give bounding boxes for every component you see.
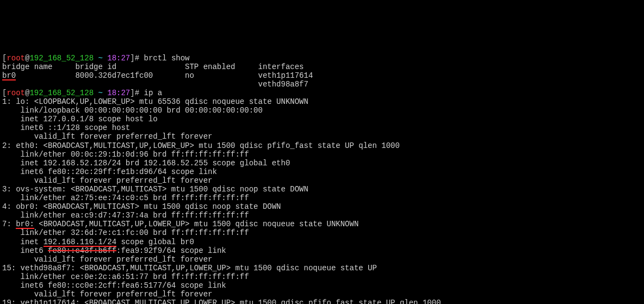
ipa-line: inet6 ::1/128 scope host bbox=[2, 123, 130, 132]
ipa-line: valid_lft forever preferred_lft forever bbox=[2, 290, 212, 299]
ipa-line: inet 127.0.0.1/8 scope host lo bbox=[2, 115, 158, 123]
ipa-line: link/ether a2:75:ee:74:c0:c5 brd ff:ff:f… bbox=[2, 194, 249, 202]
ipa-line: 4: obr0: <BROADCAST,MULTICAST> mtu 1500 … bbox=[2, 202, 281, 211]
brctl-row-2: vethd98a8f7 bbox=[2, 80, 308, 89]
ipa-line: link/ether ce:0e:2c:a6:51:77 brd ff:ff:f… bbox=[2, 272, 249, 281]
brctl-row-1: br0 8000.326d7ec1fc00 no veth1p117614 bbox=[2, 71, 313, 80]
ipa-br0-inet: inet 192.168.110.1/24 scope global br0 bbox=[2, 238, 194, 246]
ipa-line: 15: vethd98a8f7: <BROADCAST,MULTICAST,UP… bbox=[2, 264, 377, 272]
brctl-header: bridge name bridge id STP enabled interf… bbox=[2, 63, 304, 71]
ipa-line: valid_lft forever preferred_lft forever bbox=[2, 176, 212, 185]
ipa-line: inet6 fe80::cc0e:2cff:fea6:5177/64 scope… bbox=[2, 281, 226, 290]
ipa-line: link/loopback 00:00:00:00:00:00 brd 00:0… bbox=[2, 106, 263, 115]
cmd-brctl: brctl show bbox=[144, 54, 190, 63]
ipa-line: 1: lo: <LOOPBACK,UP,LOWER_UP> mtu 65536 … bbox=[2, 97, 308, 106]
ipa-line: inet 192.168.52.128/24 brd 192.168.52.25… bbox=[2, 159, 290, 167]
prompt-1: [root@192_168_52_128 ~ 18:27]# bbox=[2, 54, 144, 63]
ipa-line: valid_lft forever preferred_lft forever bbox=[2, 255, 212, 264]
ipa-line: inet6 fe80::20c:29ff:fe1b:d96/64 scope l… bbox=[2, 167, 217, 176]
terminal[interactable]: { "prompt": { "lbracket": "[", "user": "… bbox=[0, 17, 644, 304]
ipa-br0-inet6: inet6 fe80::c43f:b6ff:fea9:92f9/64 scope… bbox=[2, 246, 226, 255]
ipa-line: 2: eth0: <BROADCAST,MULTICAST,UP,LOWER_U… bbox=[2, 141, 400, 150]
ipa-line: 3: ovs-system: <BROADCAST,MULTICAST> mtu… bbox=[2, 185, 308, 194]
prompt-2: [root@192_168_52_128 ~ 18:27]# bbox=[2, 89, 144, 97]
ipa-line: link/ether 00:0c:29:1b:0d:96 brd ff:ff:f… bbox=[2, 150, 249, 159]
ipa-line: link/ether ea:c9:d7:47:37:4a brd ff:ff:f… bbox=[2, 211, 249, 220]
cmd-ipa: ip a bbox=[144, 89, 163, 97]
ipa-line: 19: veth1p117614: <BROADCAST,MULTICAST,U… bbox=[2, 299, 441, 304]
ipa-br0-header: 7: br0: <BROADCAST,MULTICAST,UP,LOWER_UP… bbox=[2, 220, 358, 228]
ipa-br0-link: link/ether 32:6d:7e:c1:fc:00 brd ff:ff:f… bbox=[2, 228, 249, 237]
ipa-line: valid_lft forever preferred_lft forever bbox=[2, 132, 212, 141]
